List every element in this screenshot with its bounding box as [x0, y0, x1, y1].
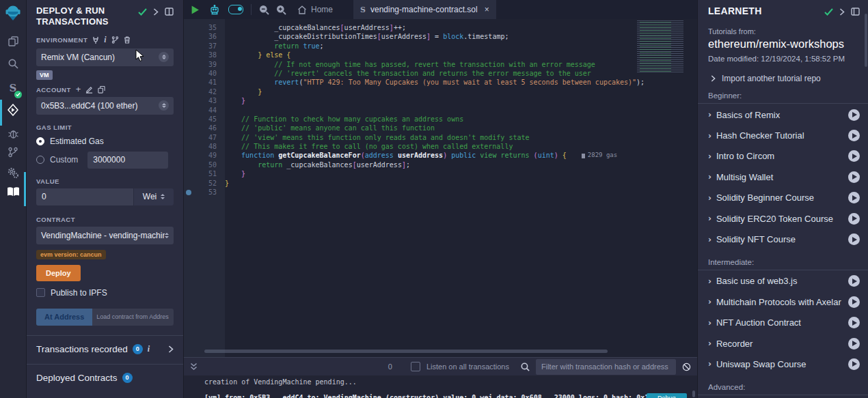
- line-number[interactable]: 52: [193, 179, 225, 188]
- play-tutorial-button[interactable]: [848, 109, 860, 121]
- tutorial-item[interactable]: ›Multichain Protocols with Axelar: [708, 292, 860, 312]
- line-number[interactable]: 47: [193, 133, 225, 142]
- editor-horizontal-scrollbar[interactable]: [204, 350, 608, 353]
- line-number[interactable]: 35: [193, 23, 225, 32]
- code-line[interactable]: 45 // Function to check how many cupcake…: [184, 115, 697, 124]
- breakpoint-gutter[interactable]: [184, 23, 193, 32]
- code-line[interactable]: 52}: [184, 179, 697, 188]
- tutorial-item[interactable]: ›Uniswap Swap Course: [708, 354, 860, 374]
- terminal-search-icon[interactable]: [521, 363, 530, 371]
- account-select[interactable]: 0x5B3...eddC4 (100 ether): [36, 97, 174, 115]
- account-caret-icon[interactable]: [159, 100, 169, 111]
- tutorial-item[interactable]: ›Intro to Circom: [708, 146, 860, 167]
- file-explorer-icon[interactable]: [0, 32, 26, 50]
- play-tutorial-button[interactable]: [848, 275, 860, 287]
- breakpoint-gutter[interactable]: [184, 96, 193, 105]
- code-line[interactable]: 44: [184, 106, 697, 115]
- breakpoint-gutter[interactable]: [184, 115, 193, 124]
- play-tutorial-button[interactable]: [848, 171, 860, 183]
- learneth-scrollbar[interactable]: [865, 14, 867, 67]
- breakpoint-gutter[interactable]: [184, 169, 193, 178]
- debug-button[interactable]: Debug: [647, 393, 687, 398]
- collapse-terminal-icon[interactable]: [190, 363, 198, 371]
- value-unit-select[interactable]: Wei: [134, 188, 174, 205]
- line-number[interactable]: 53: [193, 188, 225, 197]
- deploy-run-icon[interactable]: [0, 101, 26, 119]
- terminal-output[interactable]: creation of VendingMachine pending... [v…: [184, 375, 697, 398]
- at-address-input[interactable]: [92, 309, 174, 326]
- pin-panel-icon[interactable]: [153, 8, 159, 16]
- code-line[interactable]: 49 function getCupcakeBalanceFor(address…: [184, 151, 697, 160]
- tutorial-item[interactable]: ›Hash Checker Tutorial: [708, 125, 860, 145]
- tab-home[interactable]: Home: [290, 0, 340, 19]
- code-line[interactable]: 47 // 'view' means this function only re…: [184, 133, 697, 142]
- listen-all-checkbox[interactable]: [411, 362, 420, 371]
- line-number[interactable]: 51: [193, 169, 225, 178]
- estimated-gas-radio[interactable]: [36, 137, 44, 145]
- import-repo-row[interactable]: Import another tutorial repo: [708, 74, 860, 83]
- play-tutorial-button[interactable]: [848, 192, 860, 203]
- remix-logo[interactable]: [0, 4, 26, 22]
- ai-assistant-icon[interactable]: [209, 5, 220, 15]
- tutorial-item[interactable]: ›Multisig Wallet: [708, 167, 860, 187]
- environment-select[interactable]: Remix VM (Cancun): [36, 48, 174, 66]
- code-line[interactable]: 37 return true;: [184, 42, 697, 51]
- at-address-button[interactable]: At Address: [36, 309, 92, 326]
- play-tutorial-button[interactable]: [848, 213, 860, 225]
- environment-info-icon[interactable]: i: [104, 35, 106, 45]
- breakpoint-gutter[interactable]: [184, 78, 193, 87]
- deployed-contracts-row[interactable]: Deployed Contracts 0: [36, 365, 174, 383]
- code-line[interactable]: 51 }: [184, 169, 697, 178]
- breakpoint-gutter[interactable]: [184, 151, 193, 160]
- line-number[interactable]: 45: [193, 115, 225, 124]
- line-number[interactable]: 38: [193, 51, 225, 59]
- fork-state-icon[interactable]: [111, 36, 119, 44]
- breakpoint-gutter[interactable]: [184, 87, 193, 96]
- tutorial-item[interactable]: ›NFT Auction Contract: [708, 313, 860, 333]
- breakpoint-gutter[interactable]: [184, 133, 193, 142]
- copy-account-icon[interactable]: [98, 86, 105, 94]
- code-line[interactable]: 43 }: [184, 96, 697, 105]
- breakpoint-gutter[interactable]: [184, 179, 193, 188]
- code-line[interactable]: 46 // 'public' means anyone can call thi…: [184, 124, 697, 132]
- settings-icon[interactable]: [0, 164, 26, 182]
- code-line[interactable]: 36 _cupcakeDistributionTimes[userAddress…: [184, 32, 697, 41]
- breakpoint-gutter[interactable]: [184, 32, 193, 41]
- tutorial-item[interactable]: ›Basics of Remix: [708, 104, 860, 125]
- editor-minimap[interactable]: [633, 20, 690, 74]
- line-number[interactable]: 49: [193, 151, 225, 160]
- transactions-recorded-row[interactable]: Transactions recorded 0 i: [36, 336, 174, 354]
- deploy-button[interactable]: Deploy: [36, 265, 81, 281]
- environment-caret-icon[interactable]: [159, 52, 169, 62]
- theme-toggle-icon[interactable]: [228, 5, 243, 14]
- solidity-compiler-icon[interactable]: S: [0, 79, 26, 97]
- value-input[interactable]: [36, 188, 133, 205]
- code-line[interactable]: 42 }: [184, 87, 697, 96]
- close-tab-icon[interactable]: ×: [485, 5, 489, 14]
- line-number[interactable]: 37: [193, 42, 225, 51]
- breakpoint-gutter[interactable]: [184, 160, 193, 169]
- code-line[interactable]: 40 // 'revert' cancels the transaction a…: [184, 69, 697, 78]
- custom-gas-input[interactable]: [87, 152, 168, 169]
- play-tutorial-button[interactable]: [848, 130, 860, 141]
- plug-icon[interactable]: [92, 36, 99, 44]
- play-tutorial-button[interactable]: [848, 317, 860, 328]
- edit-account-icon[interactable]: [85, 86, 93, 94]
- contract-select[interactable]: VendingMachine - vending-machin: [36, 227, 174, 244]
- code-line[interactable]: 39 // If not enough time has passed, rev…: [184, 60, 697, 69]
- tutorial-item[interactable]: ›Basic use of web3.js: [708, 271, 860, 292]
- play-tutorial-button[interactable]: [848, 150, 860, 162]
- play-tutorial-button[interactable]: [848, 338, 860, 350]
- play-tutorial-button[interactable]: [848, 233, 860, 245]
- code-line[interactable]: 50 return _cupcakeBalances[userAddress];: [184, 160, 697, 169]
- transactions-info-icon[interactable]: i: [148, 344, 150, 354]
- play-tutorial-button[interactable]: [848, 358, 860, 370]
- tutorial-item[interactable]: ›Recorder: [708, 333, 860, 354]
- source-control-icon[interactable]: [0, 143, 26, 161]
- code-line[interactable]: 35 _cupcakeBalances[userAddress]++;: [184, 23, 697, 32]
- tutorial-item[interactable]: ›Solidity ERC20 Token Course: [708, 208, 860, 229]
- tutorial-item[interactable]: ›Solidity Beginner Course: [708, 188, 860, 208]
- line-number[interactable]: 43: [193, 96, 225, 105]
- line-number[interactable]: 44: [193, 106, 225, 115]
- breakpoint-gutter[interactable]: [184, 124, 193, 132]
